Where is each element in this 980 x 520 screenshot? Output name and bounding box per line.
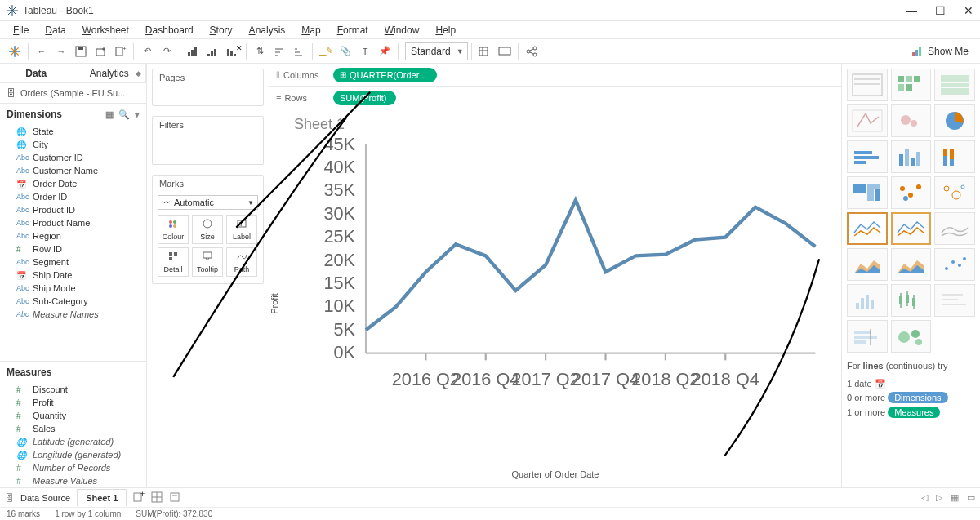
share-icon[interactable] bbox=[522, 42, 541, 61]
showme-chart-21[interactable] bbox=[847, 320, 888, 353]
menu-data[interactable]: Data bbox=[37, 22, 74, 38]
maximize-button[interactable]: ☐ bbox=[935, 4, 946, 17]
mark-path-button[interactable]: Path bbox=[226, 247, 257, 277]
showme-chart-0[interactable] bbox=[847, 69, 888, 101]
showme-chart-1[interactable] bbox=[891, 69, 932, 101]
showme-chart-13[interactable] bbox=[891, 212, 932, 245]
showme-chart-17[interactable] bbox=[934, 248, 975, 281]
showme-chart-3[interactable] bbox=[847, 104, 888, 137]
field-customer-name[interactable]: AbcCustomer Name bbox=[0, 164, 146, 177]
filmstrip-left-icon[interactable]: ◁ bbox=[921, 492, 928, 503]
clear-icon[interactable]: ✕ bbox=[223, 42, 243, 61]
pages-shelf[interactable] bbox=[153, 86, 263, 105]
sort-asc-icon[interactable] bbox=[203, 42, 223, 61]
save-icon[interactable] bbox=[71, 42, 91, 61]
field-product-name[interactable]: AbcProduct Name bbox=[0, 216, 146, 229]
field-number-of-records[interactable]: #Number of Records bbox=[0, 461, 146, 474]
menu-caret-icon[interactable]: ▾ bbox=[135, 109, 140, 120]
show-me-button[interactable]: Show Me bbox=[905, 42, 975, 60]
filters-shelf[interactable] bbox=[153, 133, 263, 164]
showme-chart-16[interactable] bbox=[891, 248, 932, 281]
field-profit[interactable]: #Profit bbox=[0, 396, 146, 409]
mark-detail-button[interactable]: Detail bbox=[158, 247, 189, 277]
swap-axes-icon[interactable]: ⇅ bbox=[250, 42, 270, 61]
minimize-button[interactable]: — bbox=[906, 4, 917, 17]
forward-icon[interactable]: → bbox=[51, 42, 71, 61]
tab-analytics[interactable]: Analytics ◆ bbox=[74, 64, 147, 82]
menu-analysis[interactable]: Analysis bbox=[241, 22, 294, 38]
showme-chart-15[interactable] bbox=[847, 248, 888, 281]
showme-chart-6[interactable] bbox=[847, 140, 888, 173]
field-measure-names[interactable]: AbcMeasure Names bbox=[0, 308, 146, 321]
showme-chart-19[interactable] bbox=[891, 284, 932, 317]
group-icon[interactable]: 📎 bbox=[336, 42, 355, 61]
datasource-tab-icon[interactable]: 🗄 bbox=[5, 493, 14, 503]
field-segment[interactable]: AbcSegment bbox=[0, 256, 146, 269]
showme-chart-4[interactable] bbox=[891, 104, 932, 137]
sort-descending-icon[interactable] bbox=[289, 42, 309, 61]
menu-worksheet[interactable]: Worksheet bbox=[74, 22, 137, 38]
tab-data-source[interactable]: Data Source bbox=[20, 493, 70, 503]
filmstrip-right-icon[interactable]: ▷ bbox=[936, 492, 942, 503]
marks-type-dropdown[interactable]: 〰Automatic ▼ bbox=[158, 195, 258, 210]
showme-chart-20[interactable] bbox=[934, 284, 975, 317]
new-dashboard-icon[interactable] bbox=[151, 491, 163, 504]
data-source-item[interactable]: 🗄 Orders (Sample - EU Su... bbox=[0, 83, 146, 104]
field-region[interactable]: AbcRegion bbox=[0, 229, 146, 242]
menu-format[interactable]: Format bbox=[329, 22, 376, 38]
close-button[interactable]: ✕ bbox=[964, 4, 973, 17]
menu-file[interactable]: File bbox=[5, 22, 37, 38]
field-latitude-generated-[interactable]: 🌐Latitude (generated) bbox=[0, 435, 146, 448]
showme-chart-5[interactable] bbox=[934, 104, 975, 137]
menu-map[interactable]: Map bbox=[293, 22, 328, 38]
mark-colour-button[interactable]: Colour bbox=[158, 215, 189, 244]
text-icon[interactable]: T bbox=[355, 42, 375, 61]
new-sheet-icon[interactable]: + bbox=[110, 42, 130, 61]
menu-story[interactable]: Story bbox=[202, 22, 241, 38]
undo-icon[interactable]: ↶ bbox=[137, 42, 157, 61]
field-longitude-generated-[interactable]: 🌐Longitude (generated) bbox=[0, 448, 146, 461]
tab-data[interactable]: Data bbox=[0, 64, 74, 82]
field-measure-values[interactable]: #Measure Values bbox=[0, 474, 146, 487]
menu-help[interactable]: Help bbox=[427, 22, 464, 38]
columns-pill[interactable]: ⊞ QUARTER(Order .. bbox=[333, 68, 437, 82]
field-discount[interactable]: #Discount bbox=[0, 383, 146, 396]
field-ship-date[interactable]: 📅Ship Date bbox=[0, 269, 146, 282]
showme-chart-10[interactable] bbox=[891, 176, 932, 209]
field-quantity[interactable]: #Quantity bbox=[0, 409, 146, 422]
showme-chart-18[interactable] bbox=[847, 284, 888, 317]
field-city[interactable]: 🌐City bbox=[0, 138, 146, 151]
sort-ascending-icon[interactable] bbox=[270, 42, 289, 61]
pin-icon[interactable]: 📌 bbox=[375, 42, 394, 61]
sheet-title[interactable]: Sheet 1 bbox=[294, 116, 833, 133]
tab-sheet1[interactable]: Sheet 1 bbox=[77, 489, 127, 506]
showme-chart-2[interactable] bbox=[934, 69, 975, 101]
field-row-id[interactable]: #Row ID bbox=[0, 242, 146, 256]
mark-label-button[interactable]: TLabel bbox=[226, 215, 257, 244]
line-chart[interactable]: 0K5K10K15K20K25K30K35K40K45K2016 Q22016 … bbox=[302, 134, 833, 399]
showme-chart-7[interactable] bbox=[891, 140, 932, 173]
grid-view-icon[interactable]: ▦ bbox=[951, 492, 959, 503]
showme-chart-11[interactable] bbox=[934, 176, 975, 209]
field-sales[interactable]: #Sales bbox=[0, 422, 146, 435]
highlight-icon[interactable]: ▁✎ bbox=[316, 42, 336, 61]
field-customer-id[interactable]: AbcCustomer ID bbox=[0, 151, 146, 164]
tableau-icon[interactable] bbox=[5, 42, 24, 61]
field-order-date[interactable]: 📅Order Date bbox=[0, 177, 146, 190]
search-icon[interactable]: 🔍 bbox=[118, 109, 130, 120]
new-worksheet-icon[interactable]: + bbox=[133, 491, 145, 504]
back-icon[interactable]: ← bbox=[32, 42, 51, 61]
view-toggle-icon[interactable]: ▦ bbox=[105, 109, 114, 120]
swap-icon[interactable] bbox=[184, 42, 203, 61]
slideshow-icon[interactable]: ▭ bbox=[967, 492, 975, 503]
showme-chart-8[interactable] bbox=[934, 140, 975, 173]
showme-chart-22[interactable] bbox=[891, 320, 932, 353]
field-state[interactable]: 🌐State bbox=[0, 125, 146, 138]
rows-pill[interactable]: SUM(Profit) bbox=[333, 91, 396, 105]
presentation-icon[interactable] bbox=[495, 42, 514, 61]
showme-chart-12[interactable] bbox=[847, 212, 888, 245]
mark-size-button[interactable]: Size bbox=[192, 215, 223, 244]
field-ship-mode[interactable]: AbcShip Mode bbox=[0, 282, 146, 295]
menu-dashboard[interactable]: Dashboard bbox=[137, 22, 202, 38]
field-product-id[interactable]: AbcProduct ID bbox=[0, 203, 146, 216]
